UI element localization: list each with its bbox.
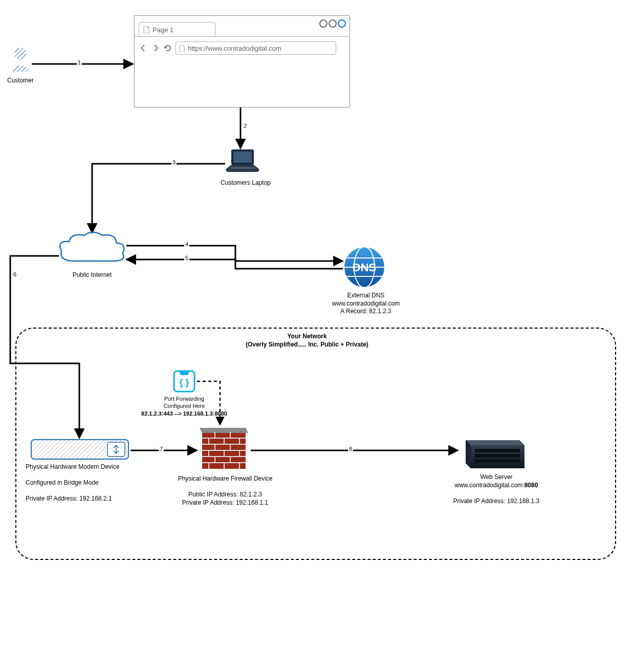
dns-label: External DNS www.contradodigital.com A R…: [327, 292, 404, 316]
refresh-icon[interactable]: [163, 44, 172, 53]
webserver-label: Web Server www.contradodigital.com:8080 …: [450, 473, 542, 505]
back-icon[interactable]: [139, 44, 148, 53]
forward-icon[interactable]: [151, 44, 160, 53]
cloud-label: Public Internet: [67, 271, 118, 279]
webserver-domain: www.contradodigital.com:8080: [455, 482, 538, 489]
svg-point-8: [329, 20, 336, 27]
port-forwarding-label: Port Forwarding Configured Here 82.1.2.3…: [138, 395, 230, 417]
edge-4-label: 4: [184, 241, 189, 247]
modem-icon: [31, 439, 130, 463]
network-subtitle: (Overly Simplified..... Inc. Public + Pr…: [246, 341, 368, 348]
edge-5-label: 5: [184, 255, 189, 261]
firewall-icon: [200, 426, 248, 474]
modem-title: Physical Hardware Modem Device: [26, 463, 119, 470]
url-text: https://www.contradodigital.com: [188, 45, 281, 52]
edge-2-label: 2: [243, 123, 248, 129]
modem-mode: Configured in Bridge Mode: [26, 479, 99, 486]
edge-6-label: 6: [12, 271, 17, 277]
svg-text:{ }: { }: [179, 377, 189, 387]
address-bar[interactable]: https://www.contradodigital.com: [176, 41, 336, 55]
modem-label: Physical Hardware Modem Device Configure…: [26, 463, 138, 503]
firewall-public-ip: Public IP Address: 82.1.2.3: [188, 491, 262, 498]
svg-point-6: [14, 48, 27, 60]
edge-3-label: 3: [171, 159, 177, 165]
modem-ip: Private IP Address: 192.168.2.1: [26, 495, 112, 502]
laptop-label: Customers Laptop: [215, 179, 276, 187]
browser-window: Page 1 https://www.contradodigital.com: [134, 15, 350, 107]
pf-rule: 82.1.2.3:443 --> 192.168.1.3:8080: [141, 410, 227, 417]
window-controls-icon: [319, 19, 346, 28]
pf-line1: Port Forwarding: [164, 396, 204, 402]
page-icon: [143, 26, 149, 33]
edge-1-label: 1: [77, 59, 82, 66]
cloud-icon: [56, 230, 128, 273]
edge-8-label: 8: [348, 446, 353, 452]
dns-title: External DNS: [347, 292, 385, 299]
svg-rect-47: [475, 459, 520, 463]
dns-a-record: A Record: 82.1.2.3: [340, 308, 391, 315]
edge-7-label: 7: [159, 446, 164, 452]
web-server-icon: [461, 432, 527, 473]
pf-line2: Configured Here: [164, 403, 205, 409]
webserver-ip: Private IP Address: 192.168.1.3: [453, 497, 540, 505]
webserver-title: Web Server: [480, 473, 512, 481]
customer-label: Customer: [0, 77, 41, 85]
dns-domain: www.contradodigital.com: [332, 300, 400, 307]
browser-tab[interactable]: Page 1: [139, 22, 215, 37]
firewall-title: Physical Hardware Firewall Device: [178, 475, 273, 482]
svg-rect-11: [233, 151, 252, 163]
firewall-private-ip: Private IP Address: 192.168.1.1: [182, 499, 269, 506]
svg-rect-45: [475, 449, 520, 452]
config-icon: { }: [171, 368, 197, 396]
svg-text:DNS: DNS: [353, 261, 376, 274]
dns-icon: DNS: [343, 246, 386, 291]
svg-point-9: [338, 20, 345, 27]
network-title: Your Network (Overly Simplified..... Inc…: [205, 333, 409, 349]
svg-rect-46: [475, 454, 520, 458]
svg-rect-12: [230, 167, 255, 169]
customer-icon: [8, 46, 33, 76]
firewall-label: Physical Hardware Firewall Device Public…: [174, 475, 276, 507]
tab-label: Page 1: [152, 26, 173, 34]
page-icon: [179, 45, 185, 52]
svg-point-7: [320, 20, 327, 27]
laptop-icon: [225, 148, 261, 179]
network-title-text: Your Network: [287, 333, 326, 340]
